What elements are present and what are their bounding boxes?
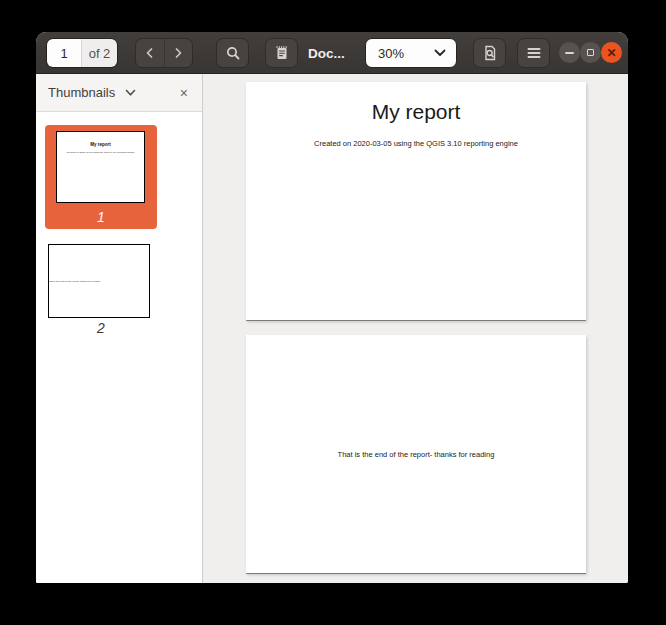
close-icon: ✕ [606,47,616,59]
page-1-subtitle: Created on 2020-03-05 using the QGIS 3.1… [246,139,586,148]
thumbnail-1-body: Created on 2020-03-05 using the QGIS 3.1… [57,150,144,153]
thumbnail-1-page-number: 1 [45,209,157,225]
thumbnail-page-1-preview: My report Created on 2020-03-05 using th… [56,131,145,203]
chevron-left-icon [144,47,156,59]
page-1-title: My report [246,100,586,124]
search-icon [225,45,241,61]
thumbnail-2-page-number: 2 [45,320,157,336]
sidebar-close-button[interactable]: × [180,86,188,100]
screenshot-stage: of 2 [0,0,666,625]
next-page-button[interactable] [164,39,193,67]
search-button[interactable] [216,38,249,68]
thumbnail-1-title: My report [57,142,144,147]
thumbnail-page-2-preview: That is the end of the report- thanks fo… [48,244,150,318]
page-nav-group [135,38,193,68]
document-view-options-button[interactable] [473,38,506,68]
thumbnail-2-body: That is the end of the report- thanks fo… [48,280,112,283]
thumbnail-page-2[interactable]: That is the end of the report- thanks fo… [45,232,157,336]
page-number-input[interactable] [47,39,81,67]
document-page-1: My report Created on 2020-03-05 using th… [246,82,586,320]
thumbnail-list: My report Created on 2020-03-05 using th… [36,113,202,583]
document-title-label: Doc... [308,32,345,74]
thumbnail-page-1-selected[interactable]: My report Created on 2020-03-05 using th… [45,125,157,229]
document-page-2: That is the end of the report- thanks fo… [246,335,586,573]
page-number-group: of 2 [46,38,118,68]
page-count-label: of 2 [81,39,117,67]
header-bar: of 2 [36,32,628,74]
document-viewer-window: of 2 [36,32,628,583]
annotate-icon [274,45,290,61]
maximize-button[interactable] [580,42,601,63]
chevron-down-icon [434,49,446,57]
document-zoom-icon [482,45,498,61]
chevron-down-icon [125,89,136,97]
main-menu-button[interactable] [517,38,550,68]
zoom-level-dropdown[interactable]: 30% [365,38,457,68]
minimize-button[interactable] [559,42,580,63]
close-window-button[interactable]: ✕ [601,42,622,63]
sidebar-title: Thumbnails [48,85,115,100]
chevron-right-icon [172,47,184,59]
page-2-body: That is the end of the report- thanks fo… [338,450,495,459]
thumbnails-sidebar: Thumbnails × My report Created on 2020-0… [36,74,203,583]
hamburger-menu-icon [527,47,541,59]
annotate-button[interactable] [265,38,298,68]
sidebar-mode-dropdown[interactable]: Thumbnails [48,85,136,100]
zoom-level-value: 30% [378,46,434,61]
maximize-icon [587,49,594,56]
document-scroll-area[interactable]: My report Created on 2020-03-05 using th… [204,74,628,583]
sidebar-header: Thumbnails × [36,74,202,112]
minimize-icon [565,52,574,54]
previous-page-button[interactable] [136,39,164,67]
